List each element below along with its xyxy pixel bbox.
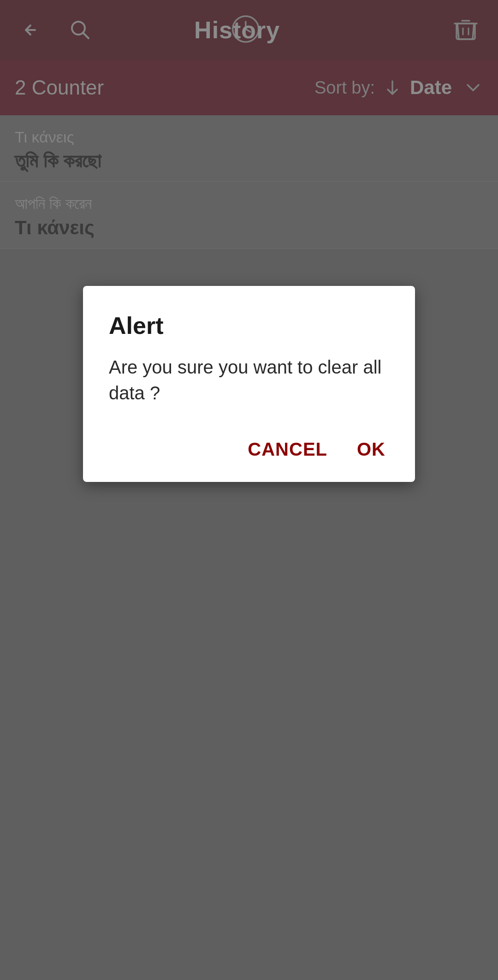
ok-button[interactable]: OK <box>353 434 389 465</box>
dialog-title: Alert <box>109 312 389 339</box>
dialog-overlay: Alert Are you sure you want to clear all… <box>0 0 498 980</box>
alert-dialog: Alert Are you sure you want to clear all… <box>83 286 415 482</box>
dialog-actions: CANCEL OK <box>109 434 389 465</box>
dialog-message: Are you sure you want to clear all data … <box>109 354 389 406</box>
cancel-button[interactable]: CANCEL <box>244 434 331 465</box>
